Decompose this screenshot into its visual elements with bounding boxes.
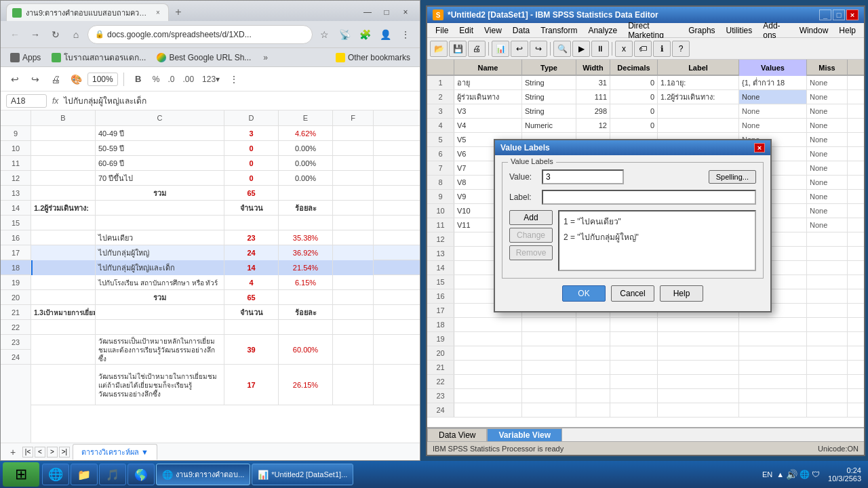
spss-cell-width-4[interactable]: 12 <box>576 119 610 132</box>
taskbar-shield-icon[interactable]: 🛡 <box>812 470 820 479</box>
spss-cell-width-2[interactable]: 111 <box>576 90 610 104</box>
menu-file[interactable]: File <box>430 24 454 37</box>
cell-d13[interactable]: 65 <box>224 186 279 201</box>
spss-cell-m-17[interactable] <box>807 304 848 317</box>
cell-f13[interactable] <box>333 186 374 201</box>
spss-cell-l-19[interactable] <box>658 332 739 346</box>
add-sheet-btn[interactable]: + <box>6 445 20 459</box>
cell-b12[interactable] <box>31 171 96 186</box>
spss-cell-m-12[interactable] <box>807 232 848 246</box>
nav-prev-btn[interactable]: < <box>35 447 45 458</box>
cell-b22[interactable] <box>31 320 96 335</box>
spss-cell-name-22[interactable] <box>454 375 522 388</box>
cell-f16[interactable] <box>333 230 374 245</box>
undo-btn[interactable]: ↩ <box>511 41 528 57</box>
spss-cell-miss-9[interactable]: None <box>807 190 848 203</box>
cell-d19[interactable]: 4 <box>224 275 279 290</box>
find-btn[interactable]: 🔍 <box>553 41 571 57</box>
cell-f15[interactable] <box>333 216 374 230</box>
cell-c16[interactable]: ไปคนเดียว <box>96 230 224 245</box>
chrome-maximize-btn[interactable]: □ <box>378 6 395 18</box>
taskbar-chrome2-btn[interactable]: 🌎 <box>127 464 155 485</box>
spss-cell-m-21[interactable] <box>807 361 848 374</box>
cell-f14[interactable] <box>333 201 374 216</box>
spss-cell-v-21[interactable] <box>739 361 807 374</box>
spss-tab-variable-view[interactable]: Variable View <box>487 428 562 441</box>
spss-cell-w-19[interactable] <box>576 332 610 346</box>
spss-cell-miss-3[interactable]: None <box>807 104 848 118</box>
spss-col-name[interactable]: Name <box>454 60 522 76</box>
cell-d23[interactable]: 39 <box>224 335 279 365</box>
cell-f24[interactable] <box>333 365 374 405</box>
cell-d9[interactable]: 3 <box>224 126 279 141</box>
spss-cell-name-1[interactable]: อายุ <box>454 76 522 89</box>
spss-cell-type-22[interactable] <box>522 375 576 388</box>
spss-cell-m-15[interactable] <box>807 275 848 289</box>
spss-cell-d-19[interactable] <box>610 332 658 346</box>
value-labels-btn[interactable]: 🏷 <box>634 41 652 57</box>
spss-cell-width-3[interactable]: 298 <box>576 104 610 118</box>
cell-c15[interactable] <box>96 216 224 230</box>
spss-cell-type-4[interactable]: Numeric <box>522 119 576 132</box>
menu-edit[interactable]: Edit <box>454 24 479 37</box>
spss-cell-v-24[interactable] <box>739 403 807 417</box>
spss-cell-decimals-4[interactable]: 0 <box>610 119 658 132</box>
cell-d12[interactable]: 0 <box>224 171 279 186</box>
spss-cell-type-21[interactable] <box>522 361 576 374</box>
spss-cell-l-24[interactable] <box>658 403 739 417</box>
paint-format-btn[interactable]: 🎨 <box>67 70 85 88</box>
cell-b14[interactable]: 1.2ผู้ร่วมเดินทาง: <box>31 201 96 216</box>
spss-tab-data-view[interactable]: Data View <box>427 428 487 441</box>
spss-cell-m-19[interactable] <box>807 332 848 346</box>
print-btn[interactable]: 🖨 <box>468 41 486 57</box>
spss-cell-values-2[interactable]: None <box>739 90 807 104</box>
menu-help[interactable]: Help <box>833 24 861 37</box>
spss-cell-m-16[interactable] <box>807 289 848 303</box>
cell-f9[interactable] <box>333 126 374 141</box>
cell-d11[interactable]: 0 <box>224 156 279 171</box>
taskbar-media-btn[interactable]: 🎵 <box>99 464 126 485</box>
cell-b9[interactable] <box>31 126 96 141</box>
cell-c12[interactable]: 70 ปีขึ้นไป <box>96 171 224 186</box>
cell-d24[interactable]: 17 <box>224 365 279 405</box>
taskbar-volume-icon[interactable]: 🔊 <box>786 469 797 480</box>
spss-cell-d-20[interactable] <box>610 346 658 360</box>
taskbar-arrow-icon[interactable]: ▲ <box>776 470 784 479</box>
spss-cell-label-3[interactable] <box>658 104 739 118</box>
menu-analyze[interactable]: Analyze <box>583 24 623 37</box>
cell-reference[interactable]: A18 <box>6 94 47 108</box>
nav-last-btn[interactable]: >| <box>59 447 70 458</box>
spss-cell-d-22[interactable] <box>610 375 658 388</box>
spss-col-label[interactable]: Label <box>658 60 739 76</box>
cell-f22[interactable] <box>333 320 374 335</box>
taskbar-explorer-btn[interactable]: 📁 <box>71 464 98 485</box>
menu-transform[interactable]: Transform <box>535 24 583 37</box>
taskbar-chrome-icon-btn[interactable]: 🌐 <box>42 464 69 485</box>
spss-cell-name-4[interactable]: V4 <box>454 119 522 132</box>
cell-f20[interactable] <box>333 290 374 305</box>
cell-e22[interactable] <box>279 320 333 335</box>
menu-utilities[interactable]: Utilities <box>721 24 758 37</box>
taskbar-spss-window-btn[interactable]: 📊 *Untitled2 [DataSet1]... <box>252 464 353 485</box>
spss-cell-m-20[interactable] <box>807 346 848 360</box>
spss-cell-v-20[interactable] <box>739 346 807 360</box>
cell-e24[interactable]: 26.15% <box>279 365 333 405</box>
spss-cell-miss-2[interactable]: None <box>807 90 848 104</box>
col-header-b[interactable]: B <box>31 110 96 125</box>
cell-b10[interactable] <box>31 141 96 156</box>
cell-f19[interactable] <box>333 275 374 290</box>
remove-btn[interactable]: Remove <box>509 245 553 260</box>
sheet-tab[interactable]: ตารางวิเคราะห์ผล ▼ <box>73 444 157 460</box>
other-bookmarks-btn[interactable]: Other bookmarks <box>332 52 414 64</box>
menu-btn[interactable]: ⋮ <box>397 26 414 43</box>
spss-cell-label-4[interactable] <box>658 119 739 132</box>
cell-d14[interactable]: จำนวน <box>224 201 279 216</box>
spss-cell-decimals-1[interactable]: 0 <box>610 76 658 89</box>
spss-cell-type-18[interactable] <box>522 318 576 331</box>
decimal2-btn[interactable]: .00 <box>180 75 197 84</box>
spss-cell-name-23[interactable] <box>454 389 522 403</box>
spss-cell-decimals-2[interactable]: 0 <box>610 90 658 104</box>
cell-e10[interactable]: 0.00% <box>279 141 333 156</box>
spss-cell-m-22[interactable] <box>807 375 848 388</box>
spss-cell-type-19[interactable] <box>522 332 576 346</box>
